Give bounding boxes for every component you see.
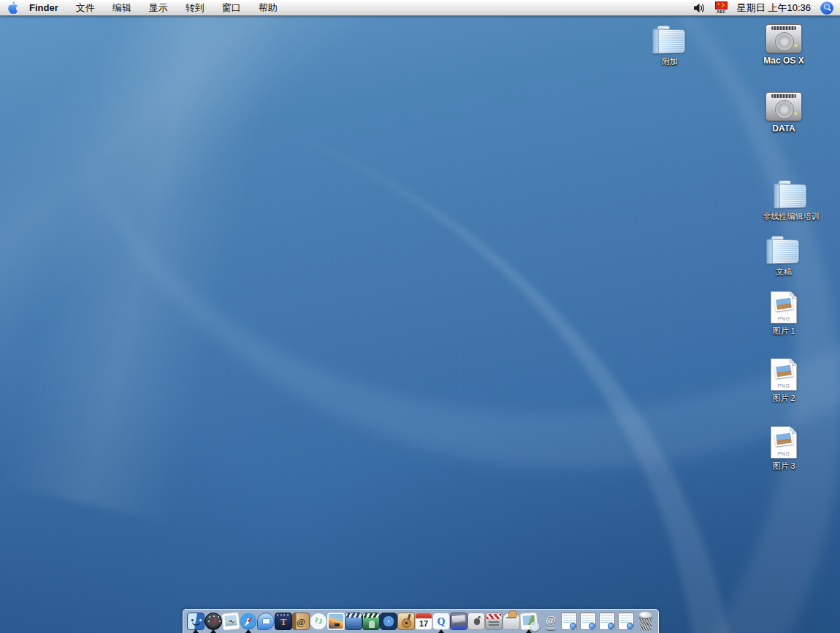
finder-icon (187, 613, 205, 630)
dock-movie-clapper-icon[interactable] (450, 610, 467, 633)
apple-menu[interactable] (0, 0, 25, 15)
window-thumbnail (561, 613, 577, 630)
dock-at-stamp-icon[interactable]: @ (542, 610, 560, 633)
dock-video-editor-green-icon[interactable] (362, 610, 380, 633)
spotlight-search-icon[interactable] (820, 1, 833, 15)
dock-ical-icon[interactable]: 17 (415, 610, 432, 633)
film-slate-icon (485, 613, 503, 630)
input-method-menu[interactable]: ABC (715, 1, 728, 15)
folder-icon (773, 180, 809, 209)
menu-help[interactable]: 帮助 (250, 1, 286, 15)
quicktime-icon: Q (432, 613, 450, 630)
png-file-icon: PNG (771, 358, 797, 391)
dock-idvd-icon[interactable] (380, 610, 397, 633)
desktop-icon-drive-macosx[interactable]: Mac OS X (749, 24, 819, 66)
safari-badge-icon (570, 623, 576, 629)
png-file-icon: PNG (771, 426, 797, 459)
dock-iphoto-icon[interactable] (327, 610, 345, 633)
dock-garageband-icon[interactable] (397, 610, 415, 633)
menu-edit[interactable]: 编辑 (104, 1, 140, 15)
ical-icon: 17 (415, 613, 432, 630)
window-thumbnail (599, 613, 615, 630)
png-file-icon: PNG (771, 291, 797, 323)
dock-itunes-icon[interactable] (310, 610, 327, 633)
desktop-screen: Finder 文件 编辑 显示 转到 窗口 帮助 ABC 星期日 上午10:36 (0, 0, 840, 633)
safari-icon (240, 613, 257, 630)
dock-system-preferences-icon[interactable] (467, 610, 485, 633)
png-badge-label: PNG (771, 383, 796, 388)
dock-ichat-icon[interactable] (257, 610, 275, 633)
menu-view[interactable]: 显示 (140, 1, 177, 15)
imovie-icon (345, 613, 362, 630)
preview-icon (519, 612, 538, 631)
dock-preview-icon[interactable] (520, 610, 538, 633)
dock-imovie-icon[interactable] (345, 610, 362, 633)
icon-label: 文稿 (776, 266, 792, 277)
icon-label: Mac OS X (763, 55, 803, 66)
menu-file[interactable]: 文件 (67, 1, 104, 15)
safari-badge-icon (627, 623, 633, 629)
photo-thumbnail (774, 431, 793, 446)
window-thumbnail (618, 613, 634, 630)
desktop-icon-png-1[interactable]: PNG 图片 1 (749, 291, 819, 337)
icon-label: 附加 (662, 56, 678, 67)
apple-logo-icon (7, 1, 18, 14)
hard-drive-icon (765, 24, 802, 53)
window-thumbnail (580, 613, 596, 630)
dock-dashboard-icon[interactable] (205, 610, 222, 633)
minimized-safari-window[interactable] (579, 610, 597, 633)
address-book-icon: @ (292, 613, 310, 630)
running-indicator (526, 629, 532, 633)
dock-minimized-windows (560, 610, 635, 633)
china-flag-icon (715, 1, 728, 9)
desktop-icon-folder-wengao[interactable]: 文稿 (749, 235, 819, 277)
icon-label: 非线性编辑培训 (763, 211, 820, 222)
safari-badge-icon (608, 623, 614, 629)
dock-video-app-t-icon[interactable]: T (275, 610, 292, 633)
toast-icon (503, 613, 520, 630)
dock-app-section: T@17Q (187, 610, 538, 633)
folder-icon (652, 25, 688, 54)
folder-icon (765, 235, 802, 264)
itunes-icon (310, 613, 327, 630)
volume-icon[interactable] (693, 3, 706, 13)
running-indicator (438, 629, 444, 633)
desktop-icon-png-2[interactable]: PNG 图片 2 (749, 358, 819, 404)
video-editor-green-icon (362, 613, 380, 630)
png-badge-label: PNG (771, 451, 796, 456)
desktop-icon-drive-data[interactable]: DATA (749, 92, 819, 134)
ichat-icon (257, 613, 275, 630)
desktop-icon-folder-fujia[interactable]: 附加 (635, 25, 705, 67)
dock-safari-icon[interactable] (240, 610, 257, 633)
minimized-safari-window[interactable] (616, 610, 635, 633)
active-app-name[interactable]: Finder (25, 2, 67, 13)
icon-label: 图片 2 (772, 393, 795, 404)
trash-icon[interactable] (635, 610, 656, 633)
icon-label: 图片 3 (772, 461, 795, 472)
running-indicator (193, 629, 199, 633)
dock-film-slate-icon[interactable] (485, 610, 503, 633)
video-app-t-icon: T (275, 613, 292, 630)
icon-label: 图片 1 (772, 326, 795, 337)
dock-address-book-icon[interactable]: @ (292, 610, 310, 633)
running-indicator (245, 629, 251, 633)
safari-badge-icon (589, 623, 595, 629)
minimized-safari-window[interactable] (560, 610, 579, 633)
menubar-clock[interactable]: 星期日 上午10:36 (737, 1, 811, 15)
hard-drive-icon (765, 92, 802, 121)
wallpaper-shade (0, 0, 840, 633)
dock-toast-icon[interactable] (503, 610, 520, 633)
dock-image-viewer-icon[interactable] (222, 610, 240, 633)
iphoto-icon (327, 613, 345, 630)
dock-quicktime-icon[interactable]: Q (432, 610, 450, 633)
desktop-icon-png-3[interactable]: PNG 图片 3 (749, 426, 819, 472)
input-method-label: ABC (717, 10, 725, 15)
running-indicator (210, 629, 216, 633)
minimized-safari-window[interactable] (597, 610, 616, 633)
photo-thumbnail (774, 296, 793, 311)
menu-window[interactable]: 窗口 (213, 1, 250, 15)
dock-finder-icon[interactable] (187, 610, 205, 633)
menu-bar: Finder 文件 编辑 显示 转到 窗口 帮助 ABC 星期日 上午10:36 (0, 0, 840, 16)
desktop-icon-folder-feixianxing[interactable]: 非线性编辑培训 (748, 180, 834, 222)
menu-go[interactable]: 转到 (177, 1, 213, 15)
